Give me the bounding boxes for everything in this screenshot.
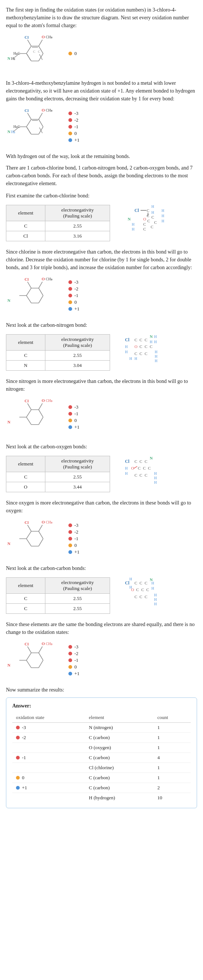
svg-text:C: C — [143, 227, 146, 231]
svg-text:H: H — [151, 210, 154, 215]
carbon-carbon-desc: Since these elements are the same the bo… — [6, 620, 197, 636]
svg-text:C: C — [138, 466, 141, 470]
svg-text:C: C — [144, 581, 147, 585]
svg-text:O: O — [131, 466, 134, 470]
element-nitrogen: N (nitrogen) — [85, 723, 154, 733]
oxidation-state-p1-h — [12, 793, 85, 803]
svg-text:N: N — [8, 298, 10, 302]
table-row: N 3.04 — [6, 361, 110, 371]
svg-text:H: H — [154, 593, 157, 597]
svg-text:C: C — [135, 595, 137, 599]
answer-col-state: oxidation state — [12, 713, 85, 723]
carbon-chlorine-table: element electronegativity(Pauling scale)… — [6, 205, 110, 241]
oxidation-state-0: 0 — [12, 773, 85, 783]
answer-col-count: count — [154, 713, 191, 723]
svg-text:N: N — [150, 334, 153, 339]
carbon-chlorine-label: First examine the carbon-chlorine bond: — [6, 192, 197, 200]
svg-text:CH₃: CH₃ — [46, 642, 52, 646]
svg-text:H: H — [151, 204, 154, 208]
svg-text:N: N — [8, 420, 10, 424]
molecule-after-cn: Cl O CH₃ N -3 -1 0 +1 — [6, 397, 197, 438]
bond-diagram-co: Cl C C C N O C C C C C C H H H H H — [117, 453, 173, 490]
answer-col-element: element — [85, 713, 154, 723]
svg-text:C: C — [135, 351, 137, 356]
svg-text:H₂: H₂ — [11, 130, 15, 134]
svg-text:C: C — [135, 473, 137, 477]
count-p1-h: 10 — [154, 793, 191, 803]
svg-text:N: N — [150, 456, 153, 460]
svg-line-9 — [27, 40, 31, 46]
col-element-4: element — [6, 578, 45, 594]
svg-text:Cl: Cl — [25, 277, 29, 282]
svg-text:Cl: Cl — [25, 642, 29, 646]
svg-text:H: H — [150, 340, 152, 344]
svg-text:CH₃: CH₃ — [46, 35, 52, 39]
svg-text:C: C — [140, 351, 142, 356]
svg-text:C: C — [146, 208, 149, 213]
answer-box: Answer: oxidation state element count -3… — [6, 697, 197, 808]
svg-text:C: C — [140, 459, 142, 464]
svg-line-97 — [39, 410, 43, 417]
svg-line-21 — [26, 119, 31, 127]
svg-line-62 — [39, 288, 43, 296]
bond-diagram-ccl: Cl C H H C O C C C C C C N H H H H H — [117, 202, 173, 239]
oxidation-state-m1-cl — [12, 763, 85, 773]
carbon-chlorine-section: element electronegativity(Pauling scale)… — [6, 202, 197, 244]
svg-text:C: C — [144, 337, 147, 342]
svg-text:O: O — [42, 35, 45, 39]
svg-line-134 — [39, 525, 42, 531]
answer-table: oxidation state element count -3 N (nitr… — [12, 713, 191, 803]
svg-text:C: C — [140, 473, 142, 477]
molecule-svg-1: Cl O CH₃ H₂C N H₂ C C — [6, 33, 62, 74]
svg-line-160 — [39, 653, 43, 660]
molecule-svg-6: Cl O CH₃ N — [6, 640, 62, 681]
svg-text:C: C — [154, 220, 157, 224]
table-row: C 2.55 — [6, 594, 110, 604]
svg-text:N: N — [8, 663, 10, 667]
svg-text:H: H — [129, 356, 132, 361]
svg-text:N: N — [8, 541, 10, 546]
oxidation-state-m1: -1 — [12, 753, 85, 763]
en-c4a: 2.55 — [45, 594, 110, 604]
en-c3: 2.55 — [45, 472, 110, 482]
svg-text:C: C — [144, 351, 147, 356]
answer-row-n3: -3 N (nitrogen) 1 — [12, 723, 191, 733]
answer-row-cm1-cl: Cl (chlorine) 1 — [12, 763, 191, 773]
svg-text:H: H — [155, 354, 157, 358]
svg-text:C: C — [144, 473, 147, 477]
oxidation-state-n3: -3 — [12, 723, 85, 733]
svg-text:H: H — [135, 356, 137, 361]
carbon-nitrogen-section: element electronegativity(Pauling scale)… — [6, 331, 197, 374]
col-en-4: electronegativity(Pauling scale) — [45, 578, 110, 594]
svg-text:H₂: H₂ — [11, 57, 15, 60]
svg-text:H: H — [155, 359, 157, 363]
svg-text:Cl: Cl — [25, 108, 29, 113]
answer-row-p1-h: H (hydrogen) 10 — [12, 793, 191, 803]
svg-text:H: H — [161, 214, 164, 218]
col-en-3: electronegativity(Pauling scale) — [45, 456, 110, 472]
svg-line-131 — [26, 539, 31, 546]
remaining-bonds-text: With hydrogen out of the way, look at th… — [6, 153, 197, 160]
svg-text:O: O — [42, 398, 45, 402]
svg-line-128 — [39, 531, 43, 539]
carbon-oxygen-label: Next look at the carbon-oxygen bonds: — [6, 443, 197, 450]
answer-row-cm2-o: O (oxygen) 1 — [12, 743, 191, 753]
svg-text:H: H — [129, 585, 132, 589]
svg-line-66 — [27, 282, 31, 288]
svg-line-65 — [26, 296, 31, 303]
svg-text:C: C — [147, 219, 150, 223]
bond-types-text: There are 1 carbon-chlorine bond, 1 carb… — [6, 164, 197, 188]
legend-after-ccl: -3 -2 -1 0 +1 — [68, 279, 79, 312]
svg-text:Cl: Cl — [25, 35, 29, 40]
element-c3: C — [6, 472, 45, 482]
svg-text:C: C — [150, 344, 152, 349]
svg-text:H: H — [132, 227, 134, 231]
svg-text:C: C — [143, 466, 145, 470]
svg-text:H: H — [155, 350, 157, 354]
svg-line-164 — [27, 646, 31, 653]
table-row: C 2.55 — [6, 351, 110, 361]
svg-line-166 — [39, 646, 42, 653]
svg-line-32 — [39, 113, 42, 119]
svg-text:C: C — [146, 587, 149, 592]
svg-text:O: O — [135, 344, 138, 349]
